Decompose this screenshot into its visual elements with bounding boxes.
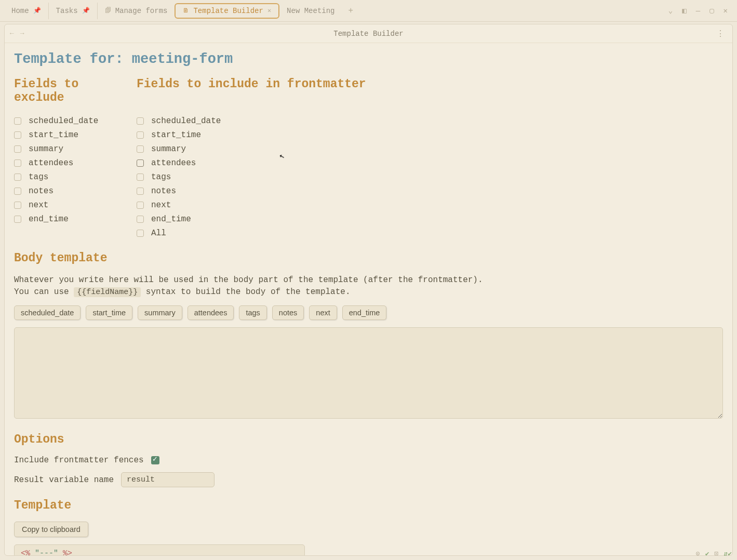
- sidebar-toggle-icon[interactable]: ◧: [682, 6, 686, 15]
- field-label: attendees: [29, 158, 73, 168]
- more-icon[interactable]: ⋮: [716, 29, 725, 39]
- tab-home[interactable]: Home 📌: [4, 3, 49, 19]
- field-label: end_time: [29, 215, 69, 224]
- status-icon-1[interactable]: ⊙: [696, 550, 700, 558]
- main-content: Template for: meeting-form Fields to exc…: [5, 43, 732, 555]
- tab-label: New Meeting: [287, 7, 334, 15]
- exclude-checkbox-attendees[interactable]: [14, 159, 21, 167]
- result-var-input[interactable]: [121, 472, 215, 487]
- include-field-row: notes: [137, 184, 221, 198]
- status-icon-sync[interactable]: ⇵✔: [723, 550, 732, 558]
- exclude-checkbox-notes[interactable]: [14, 188, 21, 195]
- include-checkbox-end_time[interactable]: [137, 216, 144, 223]
- tab-manage-forms[interactable]: 🗐 Manage forms: [98, 3, 175, 19]
- field-label: next: [29, 201, 48, 210]
- pin-icon: 📌: [33, 7, 41, 15]
- tab-template-builder[interactable]: 🗎 Template Builder ✕: [175, 3, 279, 19]
- field-label: scheduled_date: [151, 116, 221, 126]
- field-label: tags: [29, 172, 48, 182]
- include-checkbox-next[interactable]: [137, 202, 144, 209]
- field-pill-scheduled_date[interactable]: scheduled_date: [14, 305, 81, 320]
- field-label: scheduled_date: [29, 116, 98, 126]
- titlebar: Home 📌 Tasks 📌 🗐 Manage forms 🗎 Template…: [0, 0, 737, 22]
- exclude-field-row: next: [14, 198, 130, 212]
- document-icon: 🗐: [105, 7, 111, 15]
- status-icon-3[interactable]: ⊡: [715, 550, 719, 558]
- template-code-block: <% "---" %>: [14, 544, 305, 555]
- exclude-checkbox-scheduled_date[interactable]: [14, 117, 21, 125]
- close-window-icon[interactable]: ✕: [723, 6, 728, 15]
- exclude-field-row: notes: [14, 184, 130, 198]
- exclude-checkbox-next[interactable]: [14, 202, 21, 209]
- include-checkbox-attendees[interactable]: [137, 159, 144, 167]
- include-field-row: end_time: [137, 212, 221, 226]
- body-template-textarea[interactable]: [14, 327, 723, 419]
- exclude-checkbox-tags[interactable]: [14, 174, 21, 181]
- field-pill-next[interactable]: next: [309, 305, 337, 320]
- include-field-row: attendees: [137, 156, 221, 170]
- include-field-row: summary: [137, 142, 221, 156]
- tab-label: Home: [11, 7, 29, 15]
- include-checkbox-notes[interactable]: [137, 188, 144, 195]
- include-field-row: start_time: [137, 128, 221, 142]
- status-bar: ⊙ ✔ ⊡ ⇵✔: [696, 548, 732, 560]
- content-header: ← → Template Builder ⋮: [5, 24, 732, 43]
- tab-new-meeting[interactable]: New Meeting: [279, 3, 342, 19]
- field-label: summary: [29, 144, 63, 154]
- field-pill-row: scheduled_datestart_timesummaryattendees…: [14, 305, 723, 320]
- exclude-checkbox-summary[interactable]: [14, 145, 21, 153]
- nav-forward-icon[interactable]: →: [20, 30, 24, 37]
- field-pill-summary[interactable]: summary: [138, 305, 182, 320]
- field-label: attendees: [151, 158, 196, 168]
- content-frame: ← → Template Builder ⋮ Template for: mee…: [4, 24, 733, 556]
- field-label: notes: [151, 186, 176, 196]
- exclude-heading: Fields to exclude: [14, 77, 130, 104]
- chevron-down-icon[interactable]: ⌄: [668, 6, 673, 15]
- exclude-field-row: attendees: [14, 156, 130, 170]
- exclude-checkbox-start_time[interactable]: [14, 131, 21, 139]
- include-column: scheduled_datestart_timesummaryattendees…: [137, 114, 221, 240]
- tab-label: Template Builder: [193, 7, 263, 15]
- include-checkbox-tags[interactable]: [137, 174, 144, 181]
- body-heading: Body template: [14, 251, 723, 265]
- tab-label: Manage forms: [115, 7, 168, 15]
- field-pill-notes[interactable]: notes: [272, 305, 304, 320]
- copy-to-clipboard-button[interactable]: Copy to clipboard: [14, 522, 88, 537]
- maximize-icon[interactable]: ▢: [709, 6, 714, 15]
- field-label: tags: [151, 172, 171, 182]
- field-label: All: [151, 229, 166, 238]
- minimize-icon[interactable]: —: [696, 7, 700, 15]
- include-fences-checkbox[interactable]: [151, 456, 159, 464]
- exclude-field-row: tags: [14, 170, 130, 184]
- field-pill-end_time[interactable]: end_time: [342, 305, 387, 320]
- include-field-row-all: All: [137, 226, 221, 240]
- content-title: Template Builder: [333, 30, 403, 38]
- field-label: summary: [151, 144, 186, 154]
- new-tab-button[interactable]: +: [342, 6, 360, 16]
- include-checkbox-start_time[interactable]: [137, 131, 144, 139]
- include-checkbox-all[interactable]: [137, 230, 144, 237]
- include-checkbox-summary[interactable]: [137, 145, 144, 153]
- field-pill-start_time[interactable]: start_time: [86, 305, 132, 320]
- field-pill-attendees[interactable]: attendees: [187, 305, 234, 320]
- exclude-field-row: summary: [14, 142, 130, 156]
- field-label: next: [151, 201, 171, 210]
- close-icon[interactable]: ✕: [267, 7, 271, 15]
- exclude-column: scheduled_datestart_timesummaryattendees…: [14, 114, 130, 240]
- exclude-field-row: end_time: [14, 212, 130, 226]
- include-checkbox-scheduled_date[interactable]: [137, 117, 144, 125]
- exclude-field-row: start_time: [14, 128, 130, 142]
- tab-strip: Home 📌 Tasks 📌 🗐 Manage forms 🗎 Template…: [4, 0, 668, 21]
- nav-back-icon[interactable]: ←: [10, 30, 14, 37]
- exclude-checkbox-end_time[interactable]: [14, 216, 21, 223]
- tab-tasks[interactable]: Tasks 📌: [49, 3, 98, 19]
- document-icon: 🗎: [183, 7, 189, 15]
- status-icon-check[interactable]: ✔: [705, 550, 709, 558]
- field-pill-tags[interactable]: tags: [239, 305, 266, 320]
- code-chip: {{fieldName}}: [74, 287, 141, 297]
- include-field-row: next: [137, 198, 221, 212]
- option-label: Result variable name: [14, 475, 114, 485]
- nav-arrows: ← →: [10, 30, 24, 37]
- field-label: start_time: [151, 130, 201, 140]
- tab-label: Tasks: [56, 7, 78, 15]
